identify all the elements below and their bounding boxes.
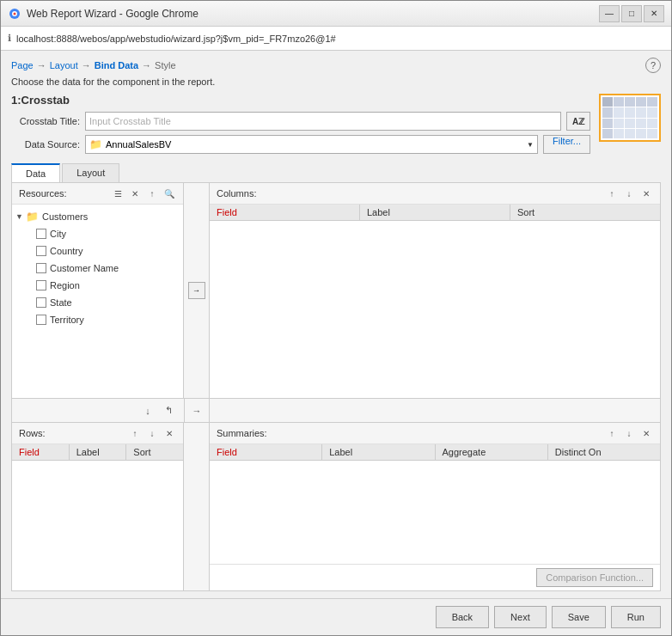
breadcrumb-page[interactable]: Page bbox=[11, 60, 34, 70]
transfer-right-button[interactable]: → bbox=[188, 282, 205, 299]
list-icon[interactable]: ☰ bbox=[111, 187, 125, 200]
tree-item-region[interactable]: Region bbox=[12, 277, 183, 294]
back-button[interactable]: Back bbox=[436, 606, 489, 628]
columns-sort-header: Sort bbox=[510, 205, 660, 220]
breadcrumb: Page → Layout → Bind Data → Style ? bbox=[11, 58, 661, 73]
datasource-value: AnnualSalesBV bbox=[106, 139, 171, 150]
bottom-panels: Rows: ↑ ↓ ✕ Field Label Sort bbox=[12, 423, 660, 590]
crosstab-title-row: Crosstab Title: Aℤ bbox=[11, 112, 590, 131]
window-title: Web Report Wizard - Google Chrome bbox=[27, 8, 599, 20]
columns-panel: Columns: ↑ ↓ ✕ Field Label Sort bbox=[210, 183, 660, 398]
middle-arrow-center: → bbox=[184, 399, 210, 422]
tree-label-region: Region bbox=[50, 280, 80, 290]
content-area: Page → Layout → Bind Data → Style ? Choo… bbox=[1, 51, 671, 598]
folder-icon: 📁 bbox=[89, 138, 102, 150]
summaries-grid-body bbox=[210, 461, 660, 564]
checkbox-city[interactable] bbox=[36, 229, 46, 239]
preview-box bbox=[599, 94, 661, 142]
columns-down-icon[interactable]: ↓ bbox=[622, 187, 636, 200]
breadcrumb-bind-data[interactable]: Bind Data bbox=[95, 60, 138, 70]
datasource-row: Data Source: 📁 AnnualSalesBV ▼ Filter... bbox=[11, 135, 590, 154]
resources-close-icon[interactable]: ✕ bbox=[128, 187, 142, 200]
breadcrumb-style: Style bbox=[155, 60, 175, 70]
breadcrumb-sep-2: → bbox=[82, 60, 91, 70]
page-subtitle: Choose the data for the component in the… bbox=[11, 76, 661, 87]
rows-close-icon[interactable]: ✕ bbox=[162, 426, 176, 440]
info-icon: ℹ bbox=[8, 33, 11, 44]
help-icon[interactable]: ? bbox=[645, 58, 661, 73]
tree-label-state: State bbox=[50, 297, 72, 308]
rows-panel: Rows: ↑ ↓ ✕ Field Label Sort bbox=[12, 423, 184, 590]
top-panels: Resources: ☰ ✕ ↑ 🔍 ▼ 📁 Customers bbox=[12, 183, 660, 399]
summaries-panel-title: Summaries: bbox=[217, 428, 602, 438]
rows-label-header: Label bbox=[70, 444, 127, 460]
tree-label-customer-name: Customer Name bbox=[50, 263, 119, 273]
breadcrumb-sep-3: → bbox=[142, 60, 151, 70]
summaries-aggregate-header: Aggregate bbox=[436, 444, 548, 460]
comparison-btn-row: Comparison Function... bbox=[210, 564, 660, 590]
run-button[interactable]: Run bbox=[611, 606, 661, 628]
comparison-function-button[interactable]: Comparison Function... bbox=[536, 568, 653, 587]
rows-field-header: Field bbox=[12, 444, 70, 460]
down-arrow-button[interactable]: ↓ bbox=[139, 402, 156, 419]
az-button[interactable]: Aℤ bbox=[566, 112, 590, 131]
up-arrow-button-2[interactable]: ↰ bbox=[160, 402, 177, 419]
minimize-button[interactable]: — bbox=[599, 5, 620, 22]
top-transfer-arrows: → bbox=[184, 183, 210, 398]
checkbox-region[interactable] bbox=[36, 280, 46, 290]
app-icon bbox=[8, 7, 21, 21]
svg-point-2 bbox=[14, 12, 16, 15]
tree-root-label: Customers bbox=[42, 211, 88, 222]
summaries-down-icon[interactable]: ↓ bbox=[622, 426, 636, 440]
checkbox-state[interactable] bbox=[36, 297, 46, 308]
next-button[interactable]: Next bbox=[494, 606, 547, 628]
resources-panel-header: Resources: ☰ ✕ ↑ 🔍 bbox=[12, 183, 183, 205]
tree-label-territory: Territory bbox=[50, 315, 84, 325]
tree-item-customer-name[interactable]: Customer Name bbox=[12, 260, 183, 277]
tab-data[interactable]: Data bbox=[11, 163, 60, 182]
middle-arrows-row: ↓ ↰ → bbox=[12, 399, 660, 423]
tree-area: ▼ 📁 Customers City Country bbox=[12, 205, 183, 398]
checkbox-customer-name[interactable] bbox=[36, 263, 46, 273]
left-bottom-arrows: ↓ ↰ bbox=[12, 402, 184, 419]
close-button[interactable]: ✕ bbox=[644, 5, 664, 22]
tab-layout[interactable]: Layout bbox=[62, 163, 119, 182]
breadcrumb-layout[interactable]: Layout bbox=[50, 60, 78, 70]
summaries-distincton-header: Distinct On bbox=[548, 444, 660, 460]
summaries-field-header: Field bbox=[210, 444, 322, 460]
right-arrow-button-2[interactable]: → bbox=[188, 402, 205, 419]
checkbox-territory[interactable] bbox=[36, 315, 46, 325]
folder-icon: 📁 bbox=[26, 211, 39, 223]
tree-item-country[interactable]: Country bbox=[12, 242, 183, 260]
resources-up-icon[interactable]: ↑ bbox=[145, 187, 159, 200]
columns-close-icon[interactable]: ✕ bbox=[639, 187, 653, 200]
rows-up-icon[interactable]: ↑ bbox=[128, 426, 142, 440]
summaries-panel-header: Summaries: ↑ ↓ ✕ bbox=[210, 423, 660, 444]
tree-item-state[interactable]: State bbox=[12, 294, 183, 311]
filter-button[interactable]: Filter... bbox=[543, 135, 590, 154]
resources-panel: Resources: ☰ ✕ ↑ 🔍 ▼ 📁 Customers bbox=[12, 183, 184, 398]
tree-item-city[interactable]: City bbox=[12, 225, 183, 242]
checkbox-country[interactable] bbox=[36, 246, 46, 256]
address-bar: ℹ localhost:8888/webos/app/webstudio/wiz… bbox=[1, 27, 671, 51]
crosstab-title-input[interactable] bbox=[85, 112, 561, 131]
columns-label-header: Label bbox=[360, 205, 510, 220]
resources-search-icon[interactable]: 🔍 bbox=[162, 187, 176, 200]
address-text: localhost:8888/webos/app/webstudio/wizar… bbox=[16, 34, 664, 44]
summaries-close-icon[interactable]: ✕ bbox=[639, 426, 653, 440]
datasource-select[interactable]: 📁 AnnualSalesBV ▼ bbox=[85, 135, 538, 154]
summaries-up-icon[interactable]: ↑ bbox=[605, 426, 619, 440]
columns-up-icon[interactable]: ↑ bbox=[605, 187, 619, 200]
maximize-button[interactable]: □ bbox=[621, 5, 642, 22]
summaries-label-header: Label bbox=[322, 444, 435, 460]
save-button[interactable]: Save bbox=[552, 606, 606, 628]
rows-down-icon[interactable]: ↓ bbox=[145, 426, 159, 440]
rows-grid-body bbox=[12, 461, 183, 590]
tree-root[interactable]: ▼ 📁 Customers bbox=[12, 208, 183, 225]
resources-panel-title: Resources: bbox=[19, 188, 107, 199]
crosstab-title-label: Crosstab Title: bbox=[11, 116, 80, 126]
tab-bar: Data Layout bbox=[11, 163, 661, 183]
tree-item-territory[interactable]: Territory bbox=[12, 311, 183, 328]
columns-field-header: Field bbox=[210, 205, 360, 220]
columns-grid-header: Field Label Sort bbox=[210, 205, 660, 221]
